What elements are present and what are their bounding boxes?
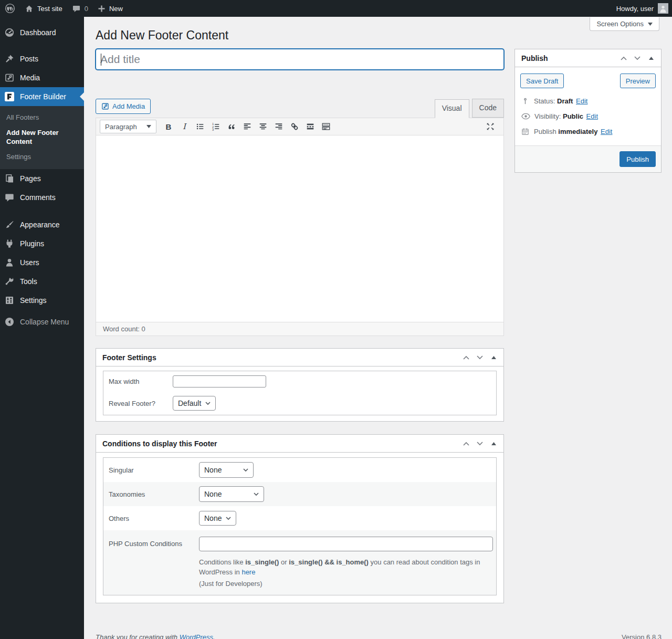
dashboard-icon <box>4 27 15 38</box>
edit-schedule-link[interactable]: Edit <box>601 128 612 135</box>
sidebar-item-settings[interactable]: Settings <box>0 291 84 310</box>
preview-button[interactable]: Preview <box>620 74 656 88</box>
sidebar-item-label: Appearance <box>20 220 60 229</box>
others-label: Others <box>109 515 199 522</box>
bullet-list-button[interactable] <box>192 120 208 133</box>
tab-visual[interactable]: Visual <box>435 99 469 118</box>
align-left-button[interactable] <box>239 120 255 133</box>
collapse-menu-button[interactable]: Collapse Menu <box>0 312 84 331</box>
schedule-label: Publish <box>534 128 556 135</box>
media-icon <box>4 72 15 83</box>
wrench-icon <box>4 276 15 287</box>
sidebar-item-dashboard[interactable]: Dashboard <box>0 23 84 42</box>
settings-icon <box>4 295 15 306</box>
submenu-add-new-footer-content[interactable]: Add New Footer Content <box>0 125 84 149</box>
reveal-footer-row: Reveal Footer? Default <box>103 392 496 415</box>
footer-thanks-text: Thank you for creating with WordPress. <box>96 633 215 639</box>
word-count: Word count: 0 <box>103 325 145 333</box>
editor-toolbar: Paragraph B I 123 <box>96 118 503 135</box>
more-tag-button[interactable] <box>302 120 318 133</box>
sidebar-item-plugins[interactable]: Plugins <box>0 234 84 253</box>
sidebar-item-label: Settings <box>20 296 47 305</box>
toolbar-toggle-button[interactable] <box>318 120 334 133</box>
sidebar-item-label: Posts <box>20 54 38 64</box>
collapse-arrow-icon <box>4 317 15 327</box>
move-up-button[interactable] <box>459 351 473 364</box>
fullscreen-button[interactable] <box>482 120 498 133</box>
editor-status-bar: Word count: 0 <box>96 322 503 336</box>
toggle-panel-button[interactable] <box>487 351 500 364</box>
add-media-button[interactable]: Add Media <box>96 99 151 114</box>
site-name-label: Test site <box>37 5 62 13</box>
paragraph-format-select[interactable]: Paragraph <box>100 120 156 133</box>
sidebar-item-posts[interactable]: Posts <box>0 49 84 68</box>
sidebar-item-users[interactable]: Users <box>0 253 84 272</box>
conditions-box: Conditions to display this Footer Singul… <box>96 434 504 603</box>
sidebar-item-appearance[interactable]: Appearance <box>0 215 84 234</box>
sidebar-item-footer-builder[interactable]: Footer Builder <box>0 87 84 106</box>
submenu-settings[interactable]: Settings <box>0 149 84 164</box>
edit-visibility-link[interactable]: Edit <box>586 112 598 120</box>
php-conditions-input[interactable] <box>199 537 493 551</box>
comments-menu[interactable]: 0 <box>67 0 93 17</box>
chevron-down-icon <box>205 402 211 405</box>
bold-button[interactable]: B <box>161 120 176 133</box>
align-center-button[interactable] <box>255 120 271 133</box>
howdy-user-label[interactable]: Howdy, user <box>616 5 654 13</box>
align-right-button[interactable] <box>271 120 287 133</box>
move-down-button[interactable] <box>473 351 487 364</box>
wordpress-link[interactable]: WordPress <box>180 633 213 639</box>
save-draft-button[interactable]: Save Draft <box>520 74 564 88</box>
max-width-row: Max width <box>103 371 496 392</box>
sidebar-item-tools[interactable]: Tools <box>0 272 84 291</box>
site-name-menu[interactable]: Test site <box>20 0 67 17</box>
condition-tags-link[interactable]: here <box>242 568 255 576</box>
others-select[interactable]: None <box>199 511 236 526</box>
reveal-footer-select[interactable]: Default <box>173 396 216 411</box>
wordpress-logo-menu[interactable] <box>0 0 20 17</box>
taxonomies-select[interactable]: None <box>199 486 264 502</box>
footer-settings-header[interactable]: Footer Settings <box>96 349 503 366</box>
publish-header[interactable]: Publish <box>515 49 661 67</box>
visibility-row: Visibility: Public Edit <box>521 109 655 124</box>
publish-button[interactable]: Publish <box>620 151 656 167</box>
calendar-icon <box>521 128 530 135</box>
editor-content-area[interactable] <box>96 135 503 322</box>
comment-bubble-icon <box>72 4 81 13</box>
italic-button[interactable]: I <box>176 120 192 133</box>
reveal-footer-label: Reveal Footer? <box>109 400 173 407</box>
php-conditions-note: (Just for Developers) <box>199 580 493 588</box>
toggle-panel-button[interactable] <box>644 52 658 65</box>
pushpin-icon <box>4 54 15 64</box>
chevron-down-icon <box>648 23 653 26</box>
new-content-menu[interactable]: New <box>93 0 128 17</box>
new-label: New <box>109 5 123 13</box>
visibility-eye-icon <box>521 113 530 120</box>
user-avatar[interactable] <box>658 3 668 14</box>
move-up-button[interactable] <box>617 52 631 65</box>
add-media-label: Add Media <box>112 102 145 110</box>
singular-select[interactable]: None <box>199 462 254 478</box>
move-down-button[interactable] <box>473 437 487 450</box>
blockquote-button[interactable] <box>224 120 239 133</box>
tab-code[interactable]: Code <box>472 99 504 118</box>
sidebar-item-label: Media <box>20 73 40 82</box>
max-width-input[interactable] <box>173 375 266 387</box>
numbered-list-button[interactable]: 123 <box>208 120 224 133</box>
edit-status-link[interactable]: Edit <box>576 97 587 105</box>
submenu-all-footers[interactable]: All Footers <box>0 110 84 125</box>
toggle-panel-button[interactable] <box>487 437 500 450</box>
taxonomies-row: Taxonomies None <box>103 482 496 506</box>
sidebar-item-media[interactable]: Media <box>0 68 84 87</box>
title-input[interactable] <box>96 49 504 70</box>
sidebar-item-comments[interactable]: Comments <box>0 188 84 207</box>
page-title: Add New Footer Content <box>84 17 672 43</box>
link-button[interactable] <box>287 120 302 133</box>
conditions-header[interactable]: Conditions to display this Footer <box>96 435 503 453</box>
screen-options-button[interactable]: Screen Options <box>590 17 659 31</box>
footer-settings-title: Footer Settings <box>102 353 156 362</box>
move-down-button[interactable] <box>631 52 644 65</box>
reveal-footer-value: Default <box>178 399 201 407</box>
move-up-button[interactable] <box>459 437 473 450</box>
sidebar-item-pages[interactable]: Pages <box>0 169 84 188</box>
